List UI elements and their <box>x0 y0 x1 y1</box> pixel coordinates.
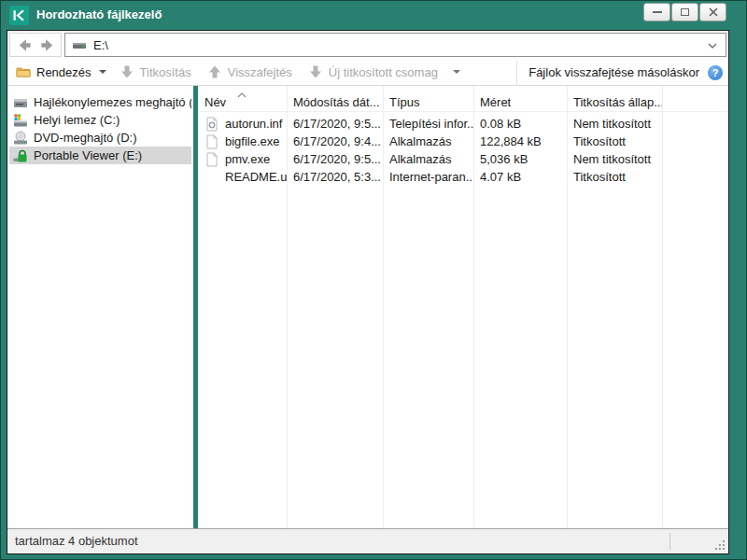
forward-button[interactable] <box>37 35 56 54</box>
file-size: 5,036 kB <box>473 150 567 168</box>
sidebar-item-portable-e[interactable]: Portable Viewer (E:) <box>9 147 191 164</box>
resize-grip-icon[interactable] <box>723 548 725 550</box>
window-controls <box>642 3 726 21</box>
folder-icon <box>16 64 31 79</box>
back-arrow-icon <box>17 37 33 53</box>
back-button[interactable] <box>15 35 34 54</box>
floppy-drive-icon <box>13 95 28 110</box>
toolbar-separator <box>516 61 517 85</box>
exe-file-icon <box>204 152 219 167</box>
portable-file-manager-window: Hordozható fájlkezelő <box>0 0 747 560</box>
sidebar-item-dvd-d[interactable]: DVD-meghajtó (D:) <box>9 129 191 147</box>
window-title: Hordozható fájlkezelő <box>36 1 162 30</box>
content-frame: E:\ Rendezés Titkosítás <box>7 30 729 554</box>
file-encryption-status: Titkosított <box>567 133 662 150</box>
file-size: 4.07 kB <box>473 168 567 186</box>
maximize-button[interactable] <box>671 3 698 21</box>
column-header-modified[interactable]: Módosítás dát... <box>287 91 383 112</box>
blank-file-icon <box>204 170 219 185</box>
file-encryption-status: Titkosított <box>567 168 662 186</box>
drive-list: Hajlékonylemezes meghajtó (A:) Helyi lem… <box>7 86 193 528</box>
toolbar-right-group: Fájlok visszafejtése másoláskor ? <box>516 59 723 86</box>
titlebar[interactable]: Hordozható fájlkezelő <box>1 1 746 30</box>
exe-file-icon <box>204 134 219 149</box>
sidebar-item-label: Portable Viewer (E:) <box>34 148 142 162</box>
file-list: Név Módosítás dát... Típus Méret Titkosí… <box>198 86 728 528</box>
status-bar: tartalmaz 4 objektumot <box>7 528 728 553</box>
main-area: Hajlékonylemezes meghajtó (A:) Helyi lem… <box>7 86 728 528</box>
file-type: Alkalmazás <box>383 150 473 168</box>
sidebar-item-floppy-a[interactable]: Hajlékonylemezes meghajtó (A:) <box>9 93 191 111</box>
inf-file-icon <box>204 117 219 132</box>
sort-ascending-icon <box>237 92 247 98</box>
file-type: Alkalmazás <box>383 133 473 150</box>
file-modified: 6/17/2020, 9:4... <box>287 133 383 150</box>
organize-label: Rendezés <box>36 65 92 79</box>
arrow-down-icon <box>120 64 134 79</box>
minimize-icon <box>653 11 662 13</box>
sidebar-item-label: Helyi lemez (C:) <box>34 113 120 127</box>
column-header-name[interactable]: Név <box>198 91 287 112</box>
file-type: Telepítési infor... <box>383 115 473 133</box>
drive-icon <box>72 37 87 52</box>
address-row: E:\ <box>7 31 728 59</box>
minimize-button[interactable] <box>643 3 670 21</box>
file-row-readme-url[interactable]: README.url 6/17/2020, 5:3... Internet-pa… <box>198 168 728 186</box>
column-header-status[interactable]: Titkosítás állap... <box>567 91 662 112</box>
organize-dropdown-icon <box>99 70 106 74</box>
address-path: E:\ <box>93 38 108 52</box>
file-size: 0.08 kB <box>473 115 567 133</box>
file-name: bigfile.exe <box>225 133 280 150</box>
file-name: README.url <box>225 168 287 186</box>
forward-arrow-icon <box>39 37 55 53</box>
file-row-bigfile-exe[interactable]: bigfile.exe 6/17/2020, 9:4... Alkalmazás… <box>198 133 728 150</box>
column-header-type[interactable]: Típus <box>383 91 473 112</box>
encrypt-button[interactable]: Titkosítás <box>120 64 191 79</box>
file-encryption-status: Nem titkosított <box>567 115 662 133</box>
sidebar-item-local-c[interactable]: Helyi lemez (C:) <box>9 111 191 129</box>
column-header-row: Név Módosítás dát... Típus Méret Titkosí… <box>198 91 728 112</box>
arrow-up-icon <box>207 64 222 79</box>
encrypted-drive-icon <box>13 148 28 163</box>
maximize-icon <box>681 8 689 16</box>
toolbar: Rendezés Titkosítás Visszafejtés Új ti <box>7 59 728 86</box>
chevron-down-icon[interactable] <box>707 40 718 51</box>
file-size: 122,884 kB <box>473 133 567 150</box>
close-button[interactable] <box>699 3 726 21</box>
file-type: Internet-paran... <box>383 168 473 186</box>
decrypt-on-copy-label: Fájlok visszafejtése másoláskor <box>529 65 699 79</box>
address-combobox[interactable]: E:\ <box>64 33 726 57</box>
file-name: autorun.inf <box>225 115 282 133</box>
new-encrypted-package-label: Új titkosított csomag <box>329 65 438 79</box>
file-row-autorun-inf[interactable]: autorun.inf 6/17/2020, 9:5... Telepítési… <box>198 115 728 133</box>
file-modified: 6/17/2020, 5:3... <box>287 168 383 186</box>
close-icon <box>709 7 718 17</box>
dvd-drive-icon <box>13 131 28 146</box>
local-disk-icon <box>13 113 28 128</box>
file-modified: 6/17/2020, 9:5... <box>287 115 383 133</box>
file-encryption-status: Nem titkosított <box>567 150 662 168</box>
kaspersky-logo-icon <box>9 6 29 25</box>
file-name: pmv.exe <box>225 150 270 168</box>
help-icon[interactable]: ? <box>708 65 723 80</box>
arrow-down-icon <box>308 64 323 79</box>
new-encrypted-package-button[interactable]: Új titkosított csomag <box>308 64 460 79</box>
sidebar-item-label: DVD-meghajtó (D:) <box>34 131 137 145</box>
file-modified: 6/17/2020, 9:5... <box>287 150 383 168</box>
column-header-size[interactable]: Méret <box>473 91 567 112</box>
status-separator <box>669 533 670 550</box>
navigation-panel <box>9 33 62 57</box>
decrypt-label: Visszafejtés <box>228 65 292 79</box>
organize-button[interactable]: Rendezés <box>16 64 106 79</box>
decrypt-button[interactable]: Visszafejtés <box>207 64 292 79</box>
sidebar-item-label: Hajlékonylemezes meghajtó (A:) <box>34 95 191 109</box>
object-count-text: tartalmaz 4 objektumot <box>15 529 138 553</box>
encrypt-label: Titkosítás <box>140 65 191 79</box>
file-row-pmv-exe[interactable]: pmv.exe 6/17/2020, 9:5... Alkalmazás 5,0… <box>198 150 728 168</box>
new-package-dropdown-icon[interactable] <box>453 70 460 74</box>
